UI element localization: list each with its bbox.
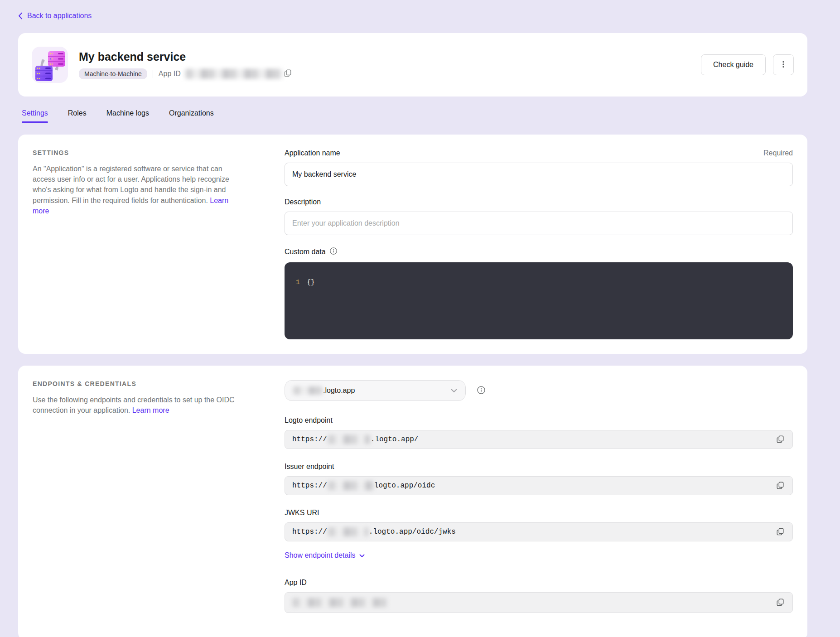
page-container: Back to applications <box>0 0 840 637</box>
app-id-field-redacted <box>292 598 387 607</box>
logto-endpoint-label: Logto endpoint <box>285 416 333 425</box>
copy-icon <box>776 435 784 444</box>
copy-issuer-endpoint-button[interactable] <box>775 480 785 492</box>
issuer-endpoint-suffix: logto.app/oidc <box>374 482 435 490</box>
endpoints-form: .logto.app Logto endpoint https:// <box>285 380 793 613</box>
app-id-field-label: App ID <box>285 579 307 587</box>
custom-data-code-editor[interactable]: 1 {} <box>285 262 793 339</box>
jwks-uri-group: JWKS URI https:// .logto.app/oidc/jwks <box>285 509 793 541</box>
settings-section-description: An "Application" is a registered softwar… <box>33 164 241 216</box>
endpoints-section-title: ENDPOINTS & CREDENTIALS <box>33 380 241 387</box>
copy-icon <box>284 69 292 78</box>
description-input[interactable] <box>285 212 793 235</box>
code-line-content: {} <box>300 278 315 288</box>
application-title-block: My backend service Machine-to-Machine Ap… <box>79 50 293 79</box>
custom-data-group: Custom data 1 {} <box>285 247 793 339</box>
tab-roles[interactable]: Roles <box>68 109 87 123</box>
copy-icon <box>776 598 784 608</box>
info-icon[interactable] <box>329 247 338 257</box>
copy-app-id-button[interactable] <box>283 68 293 79</box>
info-icon <box>477 386 486 396</box>
app-id-field <box>285 592 793 613</box>
issuer-endpoint-prefix: https:// <box>292 482 327 490</box>
chevron-left-icon <box>18 12 23 19</box>
domain-select[interactable]: .logto.app <box>285 380 466 401</box>
endpoints-learn-more-link[interactable]: Learn more <box>132 406 169 414</box>
show-endpoint-details-label: Show endpoint details <box>285 551 356 560</box>
issuer-endpoint-group: Issuer endpoint https:// logto.app/oidc <box>285 463 793 495</box>
show-endpoint-details-link[interactable]: Show endpoint details <box>285 551 365 560</box>
logto-endpoint-prefix: https:// <box>292 435 327 444</box>
application-name-label: Application name <box>285 149 340 157</box>
kebab-menu-icon <box>779 60 787 70</box>
jwks-uri-field: https:// .logto.app/oidc/jwks <box>285 522 793 541</box>
application-title: My backend service <box>79 50 293 63</box>
custom-data-label-text: Custom data <box>285 248 326 256</box>
copy-logto-endpoint-button[interactable] <box>775 434 785 445</box>
settings-section-title: SETTINGS <box>33 149 241 156</box>
application-name-group: Application name Required <box>285 149 793 186</box>
copy-app-id-field-button[interactable] <box>775 597 785 608</box>
issuer-endpoint-redacted <box>328 481 373 490</box>
endpoints-section-card: ENDPOINTS & CREDENTIALS Use the followin… <box>18 366 807 637</box>
code-line: 1 {} <box>285 278 793 288</box>
description-label: Description <box>285 198 321 206</box>
logto-endpoint-redacted <box>328 435 370 444</box>
domain-info-button[interactable] <box>477 386 486 396</box>
logto-endpoint-field: https:// .logto.app/ <box>285 430 793 449</box>
application-logo-icon <box>32 47 68 83</box>
jwks-uri-redacted <box>328 527 368 536</box>
app-id-group: App ID <box>285 579 793 613</box>
issuer-endpoint-field: https:// logto.app/oidc <box>285 476 793 495</box>
issuer-endpoint-label: Issuer endpoint <box>285 463 334 471</box>
required-hint: Required <box>763 149 793 157</box>
settings-section-intro: SETTINGS An "Application" is a registere… <box>33 149 241 339</box>
domain-select-row: .logto.app <box>285 380 793 401</box>
tab-machine-logs[interactable]: Machine logs <box>106 109 149 123</box>
jwks-uri-prefix: https:// <box>292 528 327 536</box>
tenant-id-redacted <box>293 386 322 395</box>
tab-organizations[interactable]: Organizations <box>169 109 214 123</box>
app-id-label: App ID <box>159 70 181 78</box>
back-to-applications-link[interactable]: Back to applications <box>18 12 92 20</box>
domain-select-value: .logto.app <box>323 386 355 395</box>
meta-divider <box>153 70 153 78</box>
description-group: Description <box>285 198 793 235</box>
chevron-down-icon <box>359 551 365 560</box>
logto-endpoint-suffix: .logto.app/ <box>371 435 419 444</box>
custom-data-label: Custom data <box>285 247 338 257</box>
back-link-label: Back to applications <box>27 12 92 20</box>
copy-icon <box>776 481 784 491</box>
settings-form: Application name Required Description Cu… <box>285 149 793 339</box>
code-line-number: 1 <box>285 278 300 288</box>
app-id-redacted-value <box>185 69 283 79</box>
header-actions: Check guide <box>701 54 794 75</box>
copy-jwks-uri-button[interactable] <box>775 526 785 538</box>
check-guide-button[interactable]: Check guide <box>701 54 766 75</box>
endpoints-section-description: Use the following endpoints and credenti… <box>33 395 241 415</box>
settings-description-text: An "Application" is a registered softwar… <box>33 165 229 204</box>
application-type-badge: Machine-to-Machine <box>79 68 147 79</box>
copy-icon <box>776 527 784 537</box>
settings-section-card: SETTINGS An "Application" is a registere… <box>18 135 807 354</box>
tab-bar: Settings Roles Machine logs Organization… <box>18 109 807 123</box>
application-header-card: My backend service Machine-to-Machine Ap… <box>18 33 807 97</box>
jwks-uri-suffix: .logto.app/oidc/jwks <box>369 528 456 536</box>
jwks-uri-label: JWKS URI <box>285 509 319 517</box>
application-meta-row: Machine-to-Machine App ID <box>79 68 293 79</box>
application-name-input[interactable] <box>285 163 793 186</box>
chevron-down-icon <box>451 389 457 393</box>
more-actions-button[interactable] <box>773 54 794 75</box>
tab-settings[interactable]: Settings <box>22 109 48 123</box>
logto-endpoint-group: Logto endpoint https:// .logto.app/ <box>285 416 793 449</box>
endpoints-section-intro: ENDPOINTS & CREDENTIALS Use the followin… <box>33 380 241 613</box>
